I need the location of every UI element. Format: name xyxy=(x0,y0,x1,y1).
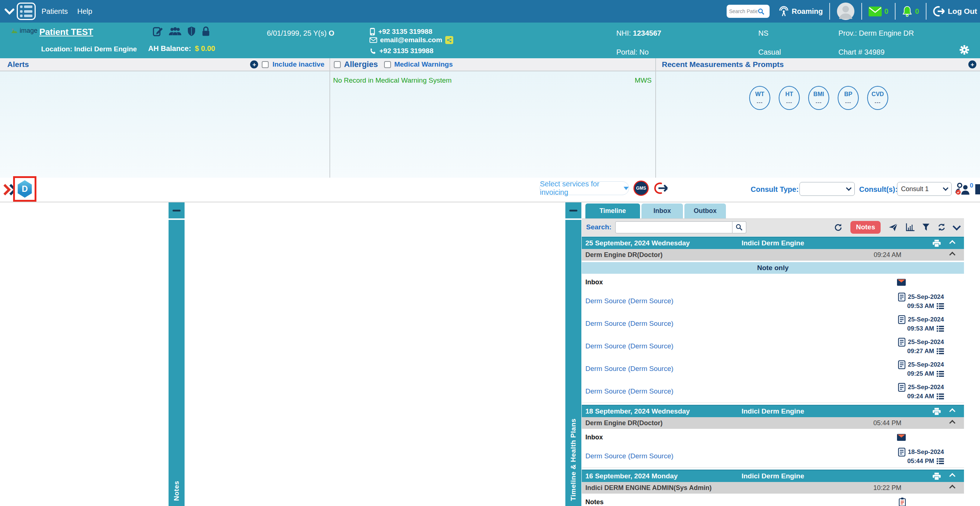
measurement-badge-cvd[interactable]: CVD--- xyxy=(867,86,888,110)
timeline-search-input[interactable] xyxy=(615,221,732,233)
gear-icon[interactable] xyxy=(959,45,969,55)
share-icon[interactable] xyxy=(445,36,453,44)
undo-icon[interactable] xyxy=(834,223,842,231)
timeline-item[interactable]: Derm Source (Derm Source) 18-Sep-2024 05… xyxy=(582,445,964,468)
timeline-item[interactable]: Derm Source (Derm Source) 25-Sep-2024 09… xyxy=(582,380,964,403)
services-invoicing-dropdown[interactable]: Select services for invoicing xyxy=(539,181,629,195)
measurement-badge-bp[interactable]: BP--- xyxy=(838,86,859,110)
roaming-antenna-icon xyxy=(778,6,789,17)
patient-photo-placeholder[interactable]: image xyxy=(11,27,38,35)
add-measurement-icon[interactable]: + xyxy=(968,60,976,68)
refresh-icon[interactable] xyxy=(937,223,946,231)
collapse-chevron-icon[interactable] xyxy=(950,485,956,491)
add-alert-icon[interactable]: + xyxy=(250,60,258,68)
derm-module-icon[interactable]: D xyxy=(17,180,33,198)
allergies-checkbox[interactable] xyxy=(334,61,341,68)
roaming-control[interactable]: Roaming xyxy=(778,6,823,17)
measurement-badge-wt[interactable]: WT--- xyxy=(749,86,770,110)
mws-tag[interactable]: MWS xyxy=(635,76,652,84)
timeline-provider-header[interactable]: Indici DERM ENGINE ADMIN(Sys Admin) 10:2… xyxy=(582,482,964,494)
print-icon[interactable] xyxy=(933,240,941,247)
messages-control[interactable]: 0 xyxy=(869,6,888,16)
timeline-date-header[interactable]: 16 September, 2024 Monday Indici Derm En… xyxy=(582,469,964,482)
measurement-badge-bmi[interactable]: BMI--- xyxy=(808,86,829,110)
list-icon[interactable] xyxy=(937,371,944,377)
timeline-date-header[interactable]: 18 September, 2024 Wednesday Indici Derm… xyxy=(582,405,964,417)
timeline-date-header[interactable]: 25 September, 2024 Wednesday Indici Derm… xyxy=(582,237,964,249)
list-icon[interactable] xyxy=(937,303,944,309)
section-label: Inbox xyxy=(585,278,603,286)
timeline-vertical-tab[interactable]: Timeline & Health Plans xyxy=(565,220,581,506)
inbox-mail-icon[interactable] xyxy=(897,279,906,286)
menu-patients[interactable]: Patients xyxy=(41,7,68,16)
notes-filter-button[interactable]: Notes xyxy=(850,221,881,234)
notifications-control[interactable]: 0 xyxy=(902,6,919,17)
tab-outbox[interactable]: Outbox xyxy=(684,204,726,218)
notes-vertical-tab[interactable]: Notes xyxy=(169,220,185,506)
app-logo-icon[interactable] xyxy=(17,3,36,20)
consult-queue-control[interactable]: 0 xyxy=(955,182,973,195)
collapse-chevron-icon[interactable] xyxy=(950,420,956,426)
edit-patient-icon[interactable] xyxy=(153,26,163,37)
print-icon[interactable] xyxy=(933,473,941,480)
collapse-chevron-icon[interactable] xyxy=(950,240,956,247)
tab-inbox[interactable]: Inbox xyxy=(641,204,683,218)
include-inactive-checkbox[interactable] xyxy=(262,61,269,68)
menu-help[interactable]: Help xyxy=(77,7,92,16)
item-link[interactable]: Derm Source (Derm Source) xyxy=(585,320,673,328)
logout-button[interactable]: Log Out xyxy=(933,6,977,17)
timeline-item[interactable]: Derm Source (Derm Source) 25-Sep-2024 09… xyxy=(582,335,964,358)
patient-search[interactable] xyxy=(727,5,770,18)
item-link[interactable]: Derm Source (Derm Source) xyxy=(585,365,673,373)
chart-icon[interactable] xyxy=(906,223,915,232)
send-plane-icon[interactable] xyxy=(889,223,898,232)
alerts-panel: Alerts + Include inactive xyxy=(0,58,329,178)
document-icon xyxy=(898,448,905,457)
collapse-chevron-icon[interactable] xyxy=(950,252,956,258)
mobile-number: +92 3135 319988 xyxy=(378,28,432,36)
timeline-item[interactable]: Derm Source (Derm Source) 25-Sep-2024 09… xyxy=(582,312,964,335)
household-group-icon[interactable] xyxy=(169,27,181,36)
tab-timeline[interactable]: Timeline xyxy=(585,204,640,218)
list-icon[interactable] xyxy=(937,393,944,399)
edge-clipped-icon[interactable] xyxy=(975,184,980,194)
timeline-provider-header[interactable]: Derm Engine DR(Doctor) 09:24 AM xyxy=(582,249,964,261)
timeline-provider-header[interactable]: Derm Engine DR(Doctor) 05:44 PM xyxy=(582,417,964,430)
gms-button[interactable]: GMS xyxy=(633,181,649,196)
list-icon[interactable] xyxy=(937,458,944,464)
item-link[interactable]: Derm Source (Derm Source) xyxy=(585,387,673,395)
timeline-panel-minimize-button[interactable] xyxy=(565,202,581,218)
consults-select[interactable]: Consult 1 xyxy=(897,182,951,196)
item-link[interactable]: Derm Source (Derm Source) xyxy=(585,342,673,350)
item-time: 09:53 AM xyxy=(907,325,934,333)
services-dropdown-label: Select services for invoicing xyxy=(540,180,620,197)
consult-type-select[interactable] xyxy=(799,182,855,196)
ah-balance-value[interactable]: $ 0.00 xyxy=(195,45,215,53)
patient-name-link[interactable]: Patient TEST xyxy=(39,27,93,37)
search-icon[interactable] xyxy=(757,8,765,15)
collapse-chevron-icon[interactable] xyxy=(950,409,956,415)
exit-consult-icon[interactable] xyxy=(653,182,669,194)
medical-warnings-checkbox[interactable] xyxy=(384,61,391,68)
timeline-item[interactable]: Derm Source (Derm Source) 25-Sep-2024 09… xyxy=(582,358,964,380)
inbox-mail-icon[interactable] xyxy=(897,434,906,441)
search-input[interactable] xyxy=(729,8,757,14)
item-link[interactable]: Derm Source (Derm Source) xyxy=(585,452,673,460)
lock-icon[interactable] xyxy=(202,26,210,37)
notes-panel-minimize-button[interactable] xyxy=(169,202,185,218)
measurement-badge-ht[interactable]: HT--- xyxy=(779,86,800,110)
clipboard-icon[interactable] xyxy=(899,498,906,506)
filter-funnel-icon[interactable] xyxy=(923,223,929,231)
print-icon[interactable] xyxy=(933,408,941,415)
collapse-chevron-icon[interactable] xyxy=(950,473,956,479)
list-icon[interactable] xyxy=(937,348,944,354)
timeline-search-button[interactable] xyxy=(732,221,746,233)
list-icon[interactable] xyxy=(937,326,944,332)
avatar[interactable] xyxy=(837,2,855,21)
expand-all-chevron-icon[interactable] xyxy=(953,223,961,231)
shield-icon[interactable] xyxy=(187,26,196,37)
mobile-row: +92 3135 319988 xyxy=(369,27,432,36)
chevron-down-icon[interactable] xyxy=(4,8,14,14)
timeline-item[interactable]: Derm Source (Derm Source) 25-Sep-2024 09… xyxy=(582,290,964,312)
item-link[interactable]: Derm Source (Derm Source) xyxy=(585,297,673,305)
